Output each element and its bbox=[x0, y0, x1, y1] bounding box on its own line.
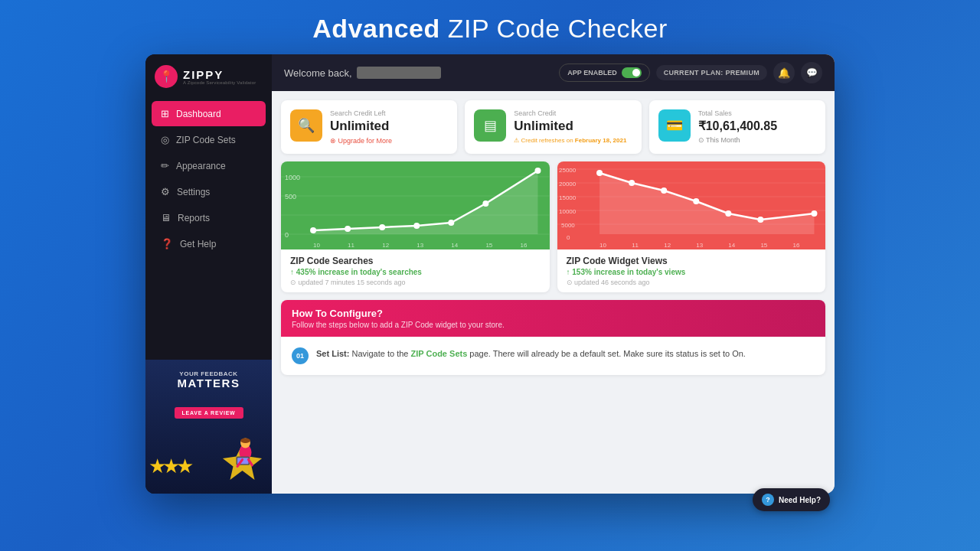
sales-icon: 💳 bbox=[658, 109, 691, 142]
leave-review-button[interactable]: LEAVE A REVIEW bbox=[174, 407, 243, 419]
searches-chart-info: ZIP Code Searches ↑ 435% increase in tod… bbox=[281, 249, 550, 292]
svg-text:0: 0 bbox=[285, 231, 289, 239]
dashboard-icon: ⊞ bbox=[161, 108, 169, 119]
chart-card-views: 25000 20000 15000 10000 5000 0 10 11 12 … bbox=[557, 161, 826, 292]
searches-change: ↑ 435% increase in today's searches bbox=[290, 268, 541, 276]
search-icon: 🔍 bbox=[290, 109, 322, 142]
top-bar: Welcome back, ████████████ APP ENABLED C… bbox=[272, 54, 835, 91]
svg-text:12: 12 bbox=[664, 242, 671, 249]
svg-point-53 bbox=[811, 210, 817, 217]
feedback-banner: ★★★ YOUR FEEDBACK MATTE bbox=[145, 360, 272, 494]
welcome-name: ████████████ bbox=[357, 67, 441, 79]
svg-text:1000: 1000 bbox=[285, 174, 300, 181]
sidebar-label-zip-code-sets: ZIP Code Sets bbox=[176, 135, 236, 145]
feedback-stars: ★★★ bbox=[149, 455, 190, 478]
title-bold: Advanced bbox=[312, 14, 440, 43]
step-num-1: 01 bbox=[292, 347, 309, 364]
svg-text:15: 15 bbox=[485, 242, 492, 249]
searches-chart-area: 1000 500 0 10 11 12 13 14 15 16 bbox=[281, 161, 550, 249]
stat-value-0: Unlimited bbox=[330, 119, 392, 134]
svg-point-52 bbox=[757, 217, 763, 223]
stat-label-0: Search Credit Left bbox=[330, 109, 392, 117]
stat-card-search-credit-left: 🔍 Search Credit Left Unlimited ⊗ Upgrade… bbox=[281, 100, 457, 154]
reports-icon: 🖥 bbox=[161, 212, 171, 223]
svg-text:14: 14 bbox=[728, 242, 735, 249]
need-help-label: Need Help? bbox=[779, 496, 821, 504]
configure-title: How To Configure? bbox=[292, 308, 815, 319]
svg-text:20000: 20000 bbox=[559, 181, 577, 187]
svg-point-3 bbox=[240, 439, 250, 443]
views-change: ↑ 153% increase in today's views bbox=[567, 268, 817, 276]
svg-text:16: 16 bbox=[520, 242, 527, 249]
svg-point-50 bbox=[693, 198, 699, 204]
need-help-icon: ? bbox=[762, 494, 774, 506]
svg-point-47 bbox=[596, 170, 603, 176]
views-chart-title: ZIP Code Widget Views bbox=[567, 256, 817, 266]
step-text-1: Set List: Navigate to the ZIP Code Sets … bbox=[316, 347, 746, 360]
sidebar-item-zip-code-sets[interactable]: ◎ ZIP Code Sets bbox=[152, 127, 266, 152]
svg-point-26 bbox=[448, 220, 454, 226]
svg-text:500: 500 bbox=[285, 193, 296, 201]
configure-steps: 01 Set List: Navigate to the ZIP Code Se… bbox=[281, 337, 825, 375]
app-enabled-label: APP ENABLED bbox=[567, 69, 616, 77]
get-help-icon: ❓ bbox=[161, 238, 173, 249]
svg-text:15: 15 bbox=[760, 242, 767, 249]
dashboard-body: 🔍 Search Credit Left Unlimited ⊗ Upgrade… bbox=[272, 91, 835, 494]
message-button[interactable]: 💬 bbox=[801, 62, 822, 83]
sidebar-item-get-help[interactable]: ❓ Get Help bbox=[152, 231, 266, 256]
sidebar-item-reports[interactable]: 🖥 Reports bbox=[152, 205, 266, 230]
stat-cards-row: 🔍 Search Credit Left Unlimited ⊗ Upgrade… bbox=[281, 100, 825, 154]
svg-text:10: 10 bbox=[313, 242, 320, 249]
svg-text:10000: 10000 bbox=[559, 208, 577, 215]
svg-point-48 bbox=[629, 180, 635, 186]
app-enabled-toggle[interactable]: APP ENABLED bbox=[559, 64, 649, 82]
svg-text:15000: 15000 bbox=[559, 194, 577, 201]
svg-text:11: 11 bbox=[632, 242, 639, 249]
sidebar-item-appearance[interactable]: ✏ Appearance bbox=[152, 153, 266, 178]
welcome-section: Welcome back, ████████████ bbox=[284, 67, 441, 79]
sidebar-label-dashboard: Dashboard bbox=[176, 109, 221, 119]
feedback-figure bbox=[217, 425, 267, 486]
sidebar-item-dashboard[interactable]: ⊞ Dashboard bbox=[152, 101, 266, 126]
toggle-switch[interactable] bbox=[622, 67, 642, 78]
sidebar-label-reports: Reports bbox=[178, 213, 210, 223]
svg-point-24 bbox=[379, 224, 385, 230]
svg-point-25 bbox=[413, 223, 420, 229]
stat-sub-2: ⊙ This Month bbox=[698, 136, 777, 144]
logo-text: ZIPPY bbox=[183, 68, 256, 81]
svg-text:14: 14 bbox=[451, 242, 458, 249]
svg-text:0: 0 bbox=[567, 234, 570, 241]
feedback-line2: MATTERS bbox=[145, 377, 272, 390]
main-content: Welcome back, ████████████ APP ENABLED C… bbox=[272, 54, 835, 494]
svg-text:13: 13 bbox=[696, 242, 703, 249]
stat-sub-1: ⚠ Credit refreshes on February 18, 2021 bbox=[514, 137, 626, 144]
views-updated: ⊙ updated 46 seconds ago bbox=[567, 279, 817, 286]
stat-label-2: Total Sales bbox=[698, 109, 777, 117]
svg-point-22 bbox=[310, 227, 316, 233]
configure-subtitle: Follow the steps below to add a ZIP Code… bbox=[292, 321, 815, 329]
svg-text:5000: 5000 bbox=[561, 222, 575, 229]
chart-cards-row: 1000 500 0 10 11 12 13 14 15 16 bbox=[281, 161, 825, 292]
sidebar-label-get-help: Get Help bbox=[180, 239, 216, 249]
configure-header: How To Configure? Follow the steps below… bbox=[281, 300, 825, 337]
stat-card-search-credit: ▤ Search Credit Unlimited ⚠ Credit refre… bbox=[465, 100, 641, 154]
svg-text:12: 12 bbox=[382, 242, 389, 249]
svg-text:16: 16 bbox=[792, 242, 799, 249]
settings-icon: ⚙ bbox=[161, 186, 170, 197]
sidebar-item-settings[interactable]: ⚙ Settings bbox=[152, 179, 266, 204]
page-header: Advanced ZIP Code Checker bbox=[0, 0, 980, 54]
notification-button[interactable]: 🔔 bbox=[773, 62, 795, 83]
svg-point-28 bbox=[534, 168, 541, 174]
stat-label-1: Search Credit bbox=[514, 109, 626, 117]
stat-card-total-sales: 💳 Total Sales ₹10,61,400.85 ⊙ This Month bbox=[649, 100, 825, 154]
logo-subtitle: A Zipcode Serviceability Validator bbox=[183, 80, 256, 85]
svg-text:25000: 25000 bbox=[559, 167, 577, 174]
searches-updated: ⊙ updated 7 minutes 15 seconds ago bbox=[290, 279, 541, 286]
zip-code-sets-icon: ◎ bbox=[161, 134, 169, 145]
need-help-button[interactable]: ? Need Help? bbox=[753, 488, 830, 511]
app-container: 📍 ZIPPY A Zipcode Serviceability Validat… bbox=[145, 54, 835, 494]
title-rest: ZIP Code Checker bbox=[440, 14, 668, 43]
welcome-text: Welcome back, bbox=[284, 67, 352, 79]
views-chart-info: ZIP Code Widget Views ↑ 153% increase in… bbox=[557, 249, 826, 292]
appearance-icon: ✏ bbox=[161, 160, 169, 171]
